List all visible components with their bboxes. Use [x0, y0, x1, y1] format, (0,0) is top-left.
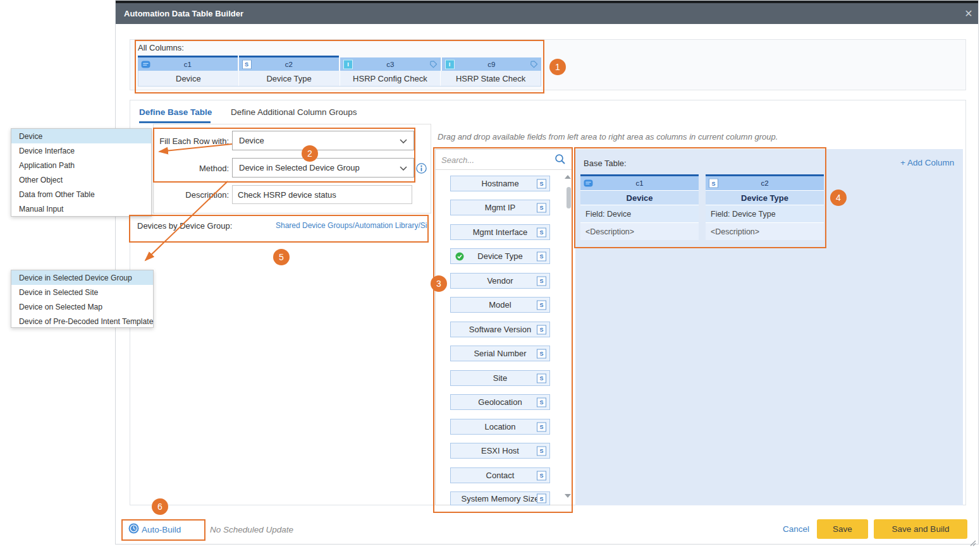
popup-item-device-in-selected-site[interactable]: Device in Selected Site — [11, 285, 153, 299]
search-icon[interactable] — [554, 154, 566, 165]
field-chip-label: Mgmt IP — [485, 203, 515, 212]
popup-item-device-on-selected-map[interactable]: Device on Selected Map — [11, 299, 153, 314]
column-name-cell[interactable]: HSRP Config Check — [340, 71, 441, 86]
string-type-icon: S — [537, 471, 546, 480]
device-icon — [584, 179, 593, 188]
popup-item-device-of-pre-decoded-intent-template[interactable]: Device of Pre-Decoded Intent Template — [11, 314, 153, 328]
info-icon[interactable] — [416, 163, 427, 174]
column-id: c3 — [386, 61, 394, 68]
cancel-button[interactable]: Cancel — [783, 524, 809, 534]
string-type-icon: S — [537, 446, 546, 455]
dialog-titlebar: Automation Data Table Builder — [115, 3, 979, 24]
intent-type-icon: I — [445, 59, 455, 69]
tag-icon — [530, 60, 538, 68]
all-columns-table: c1 S c2 I c3 I c9 De — [138, 57, 541, 87]
save-and-build-button[interactable]: Save and Build — [874, 519, 967, 539]
field-chip-serial-number[interactable]: Serial NumberS — [450, 346, 550, 361]
string-type-icon: S — [537, 422, 546, 431]
column-name-cell[interactable]: Device — [138, 71, 238, 86]
drag-drop-hint: Drag and drop available fields from left… — [438, 132, 792, 142]
string-type-icon: S — [537, 300, 546, 310]
field-chip-mgmt-ip[interactable]: Mgmt IPS — [450, 200, 550, 215]
all-columns-name-row: Device Device Type HSRP Config Check HSR… — [138, 71, 541, 87]
clock-icon — [128, 523, 139, 534]
all-columns-header-row: c1 S c2 I c3 I c9 — [138, 57, 541, 71]
string-type-icon: S — [537, 276, 546, 286]
scrollbar-down-arrow[interactable] — [565, 494, 571, 498]
popup-item-other-object[interactable]: Other Object — [11, 172, 151, 187]
field-chip-label: Contact — [486, 471, 515, 480]
all-columns-header-c9[interactable]: I c9 — [442, 57, 542, 71]
card-column-id: c1 — [635, 179, 643, 187]
card-field-row: Field: Device Type — [706, 205, 824, 223]
string-type-icon: S — [537, 373, 546, 383]
scrollbar-up-arrow[interactable] — [565, 175, 571, 179]
base-table-card-device[interactable]: c1 Device Field: Device <Description> — [580, 174, 699, 240]
field-chip-label: Device Type — [477, 251, 522, 261]
field-chip-device-type[interactable]: Device TypeS — [450, 248, 550, 264]
card-header: S c2 — [706, 176, 824, 191]
field-chip-software-version[interactable]: Software VersionS — [450, 322, 550, 337]
field-chip-label: Site — [493, 373, 507, 383]
column-name-cell[interactable]: HSRP State Check — [441, 71, 541, 86]
chevron-down-icon — [400, 136, 407, 145]
field-chip-geolocation[interactable]: GeolocationS — [450, 394, 550, 410]
resize-handle-icon[interactable] — [969, 539, 976, 546]
all-columns-header-c1[interactable]: c1 — [138, 57, 238, 71]
field-chip-label: Hostname — [481, 179, 518, 188]
tab-define-additional-column-groups[interactable]: Define Additional Column Groups — [231, 107, 357, 117]
field-chip-location[interactable]: LocationS — [450, 419, 550, 435]
save-button[interactable]: Save — [817, 519, 868, 539]
string-type-icon: S — [537, 494, 546, 503]
active-tab-underline — [139, 121, 211, 123]
string-type-icon: S — [537, 203, 546, 212]
selected-column-strip — [239, 56, 340, 57]
card-description-row[interactable]: <Description> — [580, 223, 699, 240]
popup-item-device-in-selected-device-group[interactable]: Device in Selected Device Group — [11, 270, 153, 285]
field-chip-label: Vendor — [487, 276, 513, 286]
fill-options-popup: Device Device Interface Application Path… — [11, 128, 152, 217]
description-input[interactable] — [232, 185, 412, 204]
auto-build-button[interactable]: Auto-Build — [142, 525, 181, 534]
string-type-icon: S — [537, 227, 546, 237]
close-icon[interactable]: ✕ — [962, 8, 975, 20]
add-column-link[interactable]: + Add Column — [900, 158, 954, 167]
popup-item-device[interactable]: Device — [11, 129, 151, 143]
string-type-icon: S — [537, 179, 546, 188]
field-chip-esxi-host[interactable]: ESXI HostS — [450, 443, 550, 459]
search-divider — [436, 169, 572, 170]
field-chip-site[interactable]: SiteS — [450, 370, 550, 386]
popup-item-device-interface[interactable]: Device Interface — [11, 143, 151, 158]
fill-each-row-select[interactable]: Device — [232, 131, 414, 150]
popup-item-application-path[interactable]: Application Path — [11, 158, 151, 172]
device-group-link[interactable]: Shared Device Groups/Automation Library/… — [276, 221, 427, 230]
method-select[interactable]: Device in Selected Device Group — [232, 158, 414, 178]
intent-type-icon: I — [343, 59, 353, 69]
field-chip-label: Geolocation — [478, 397, 522, 407]
field-chip-hostname[interactable]: HostnameS — [450, 176, 550, 191]
column-id: c1 — [184, 61, 192, 68]
popup-item-manual-input[interactable]: Manual Input — [11, 202, 151, 216]
all-columns-header-c3[interactable]: I c3 — [340, 57, 441, 71]
column-name-cell[interactable]: Device Type — [239, 71, 340, 86]
fill-each-row-value: Device — [239, 136, 264, 145]
popup-item-data-from-other-table[interactable]: Data from Other Table — [11, 187, 151, 202]
string-type-icon: S — [242, 59, 252, 69]
tab-define-base-table[interactable]: Define Base Table — [139, 107, 212, 117]
field-chip-mgmt-interface[interactable]: Mgmt InterfaceS — [450, 224, 550, 240]
field-chip-system-memory-size[interactable]: System Memory SizeS — [450, 491, 550, 505]
string-type-icon: S — [537, 349, 546, 358]
base-table-card-device-type[interactable]: S c2 Device Type Field: Device Type <Des… — [706, 174, 824, 240]
card-column-id: c2 — [761, 179, 768, 187]
field-chip-label: Serial Number — [474, 349, 526, 358]
field-chip-label: ESXI Host — [481, 446, 519, 455]
field-chip-model[interactable]: ModelS — [450, 297, 550, 313]
card-description-row[interactable]: <Description> — [706, 223, 824, 240]
all-columns-header-c2[interactable]: S c2 — [239, 57, 340, 71]
field-chip-label: Mgmt Interface — [473, 227, 528, 237]
scrollbar-thumb[interactable] — [567, 187, 571, 208]
field-chip-vendor[interactable]: VendorS — [450, 273, 550, 289]
column-id: c2 — [285, 61, 293, 68]
search-input[interactable] — [436, 151, 550, 169]
field-chip-contact[interactable]: ContactS — [450, 467, 550, 483]
